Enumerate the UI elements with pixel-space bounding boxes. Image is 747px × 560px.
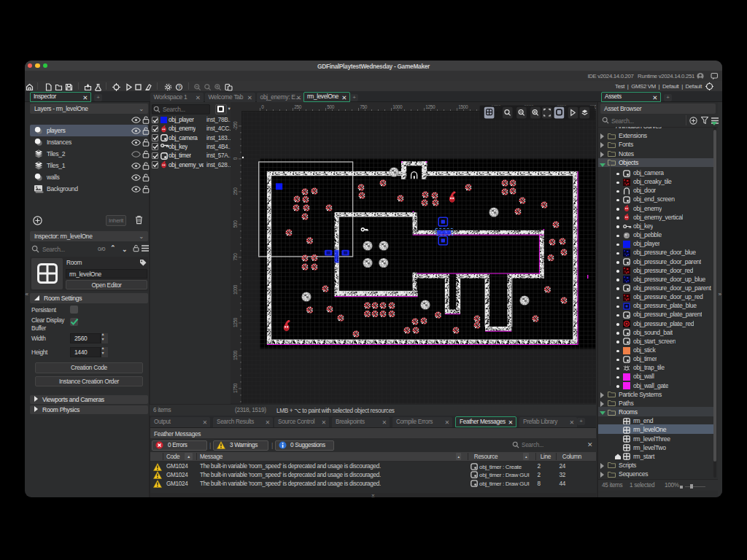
svg-text:1500: 1500	[233, 350, 238, 360]
svg-text:1500: 1500	[458, 104, 468, 109]
svg-text:1000: 1000	[233, 284, 238, 295]
svg-text:250: 250	[233, 187, 238, 195]
svg-text:500: 500	[233, 220, 238, 228]
svg-text:500: 500	[327, 104, 335, 109]
svg-text:1000: 1000	[392, 104, 403, 109]
svg-text:1250: 1250	[425, 104, 436, 109]
svg-text:250: 250	[294, 104, 302, 109]
svg-text:-250: -250	[233, 121, 238, 130]
svg-text:750: 750	[233, 253, 238, 261]
svg-text:1250: 1250	[233, 317, 238, 327]
svg-text:?: ?	[178, 85, 181, 90]
svg-text:1750: 1750	[233, 383, 238, 393]
svg-text:750: 750	[360, 104, 368, 109]
